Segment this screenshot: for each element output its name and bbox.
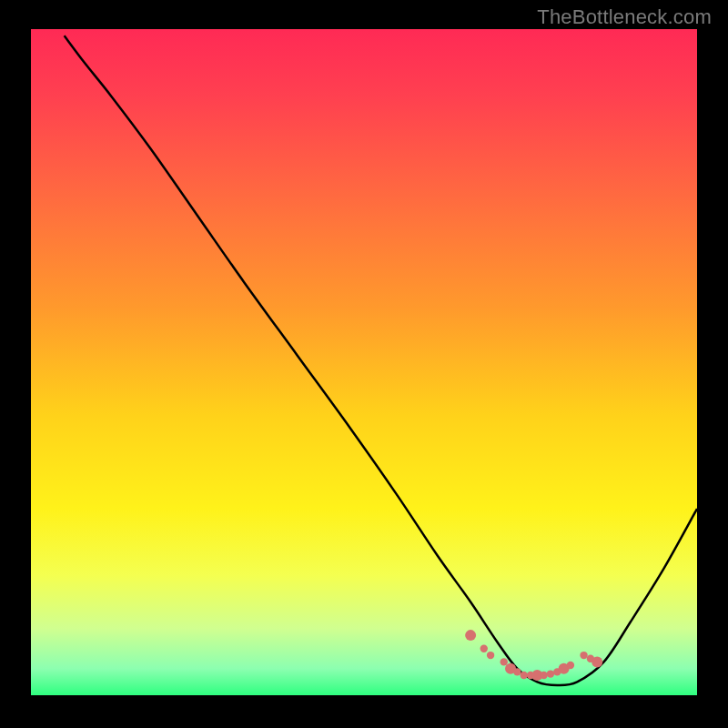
- marker-point: [540, 672, 547, 679]
- marker-point: [547, 670, 554, 677]
- chart-area: [31, 29, 697, 695]
- marker-point: [567, 662, 574, 669]
- marker-point: [513, 668, 521, 675]
- watermark-text: TheBottleneck.com: [537, 5, 712, 29]
- marker-point: [480, 645, 488, 652]
- marker-point: [465, 630, 476, 641]
- highlight-markers: [465, 630, 602, 681]
- marker-point: [487, 652, 494, 659]
- curve-overlay: [31, 29, 697, 695]
- bottleneck-curve: [65, 35, 697, 685]
- marker-point: [500, 658, 508, 665]
- marker-point: [520, 672, 527, 679]
- marker-point: [592, 656, 602, 667]
- marker-point: [580, 652, 587, 659]
